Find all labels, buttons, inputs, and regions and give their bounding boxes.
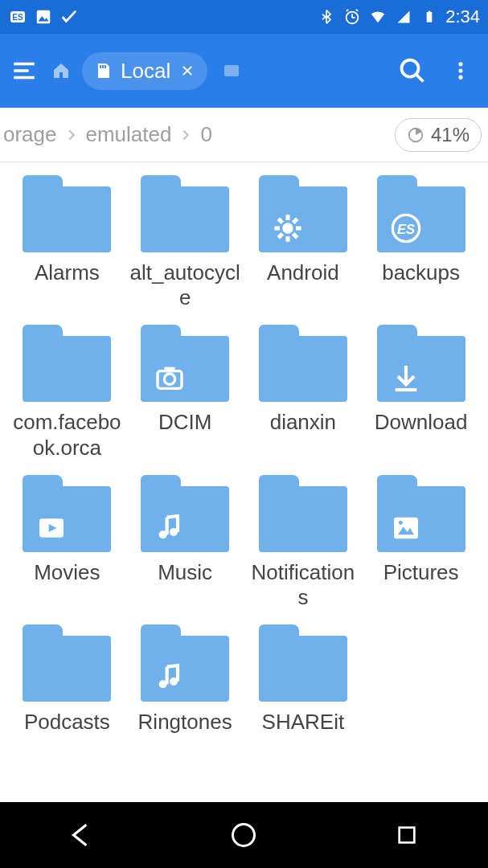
close-tab-button[interactable] xyxy=(178,62,196,80)
svg-point-44 xyxy=(159,530,167,538)
camera-icon xyxy=(150,358,189,397)
svg-rect-9 xyxy=(427,12,433,23)
breadcrumb-item[interactable]: orage xyxy=(0,122,60,147)
svg-text:ES: ES xyxy=(12,13,23,22)
nav-bar xyxy=(0,802,488,868)
back-button[interactable] xyxy=(57,811,105,859)
music-icon xyxy=(150,658,189,697)
more-button[interactable] xyxy=(441,51,480,90)
svg-point-49 xyxy=(159,680,167,688)
sdcard-icon xyxy=(93,61,113,80)
folder-label: Alarms xyxy=(35,260,100,285)
folder-icon xyxy=(259,175,347,252)
battery-icon xyxy=(420,7,439,27)
folder-item[interactable]: ESbackups xyxy=(362,175,480,310)
svg-rect-16 xyxy=(105,65,106,68)
folder-item[interactable]: DCIM xyxy=(126,325,244,460)
chevron-right-icon xyxy=(174,124,197,146)
svg-rect-52 xyxy=(399,828,414,843)
svg-line-34 xyxy=(293,219,297,223)
folder-item[interactable]: Movies xyxy=(8,475,126,610)
svg-text:ES: ES xyxy=(397,222,415,237)
status-bar: ES 2:34 xyxy=(0,0,488,34)
svg-line-8 xyxy=(356,10,359,11)
recent-button[interactable] xyxy=(383,811,431,859)
image-notif-icon xyxy=(34,7,53,27)
es-icon: ES xyxy=(387,209,425,248)
folder-label: Android xyxy=(267,260,339,285)
folder-icon xyxy=(141,475,229,552)
folder-label: Download xyxy=(375,410,468,435)
folder-label: backups xyxy=(382,260,460,285)
svg-line-31 xyxy=(278,219,282,223)
svg-line-33 xyxy=(278,234,282,238)
breadcrumb-item[interactable]: emulated xyxy=(83,122,175,147)
svg-line-7 xyxy=(347,10,349,11)
svg-point-51 xyxy=(233,825,255,846)
folder-label: dianxin xyxy=(270,410,336,435)
storage-percent: 41% xyxy=(431,124,470,146)
svg-rect-2 xyxy=(37,10,51,24)
status-time: 2:34 xyxy=(445,6,480,27)
svg-point-48 xyxy=(398,521,402,525)
breadcrumb: orage emulated 0 41% xyxy=(0,108,488,162)
svg-point-20 xyxy=(402,60,419,77)
tab-local[interactable]: Local xyxy=(82,52,207,90)
folder-icon xyxy=(141,624,229,702)
svg-point-24 xyxy=(458,76,462,80)
alarm-icon xyxy=(342,7,362,27)
svg-point-26 xyxy=(282,223,293,233)
folder-icon: ES xyxy=(377,175,465,252)
status-right: 2:34 xyxy=(317,6,480,27)
svg-point-45 xyxy=(170,528,178,536)
folder-item[interactable]: Ringtones xyxy=(126,624,244,735)
breadcrumb-item[interactable]: 0 xyxy=(197,122,215,147)
download-icon xyxy=(387,358,425,397)
folder-item[interactable]: Music xyxy=(126,475,244,610)
folder-grid: Alarmsalt_autocycleAndroidESbackupscom.f… xyxy=(0,162,488,747)
folder-label: Podcasts xyxy=(24,710,110,735)
search-button[interactable] xyxy=(393,51,432,90)
folder-item[interactable]: dianxin xyxy=(244,325,363,460)
folder-item[interactable]: Pictures xyxy=(362,475,480,610)
check-notif-icon xyxy=(59,7,79,27)
folder-icon xyxy=(23,475,111,552)
signal-icon xyxy=(394,7,413,27)
folder-item[interactable]: alt_autocycle xyxy=(126,175,244,310)
svg-point-23 xyxy=(458,68,462,72)
svg-point-50 xyxy=(170,678,178,686)
music-icon xyxy=(150,509,189,547)
folder-icon xyxy=(259,624,347,702)
folder-item[interactable]: com.facebook.orca xyxy=(8,325,126,460)
svg-rect-38 xyxy=(164,367,174,371)
storage-indicator[interactable]: 41% xyxy=(395,118,482,152)
home-button[interactable] xyxy=(50,59,72,82)
svg-rect-14 xyxy=(100,65,101,68)
svg-rect-46 xyxy=(394,517,418,538)
folder-item[interactable]: Alarms xyxy=(8,175,126,310)
folder-label: Notifications xyxy=(247,560,359,610)
menu-button[interactable] xyxy=(8,55,40,87)
folder-label: Ringtones xyxy=(138,710,232,735)
folder-item[interactable]: SHAREit xyxy=(244,624,363,735)
svg-line-21 xyxy=(416,75,424,82)
folder-item[interactable]: Android xyxy=(244,175,363,310)
gear-icon xyxy=(269,209,307,248)
home-nav-button[interactable] xyxy=(219,811,268,859)
folder-icon xyxy=(141,325,229,402)
folder-label: SHAREit xyxy=(262,710,345,735)
bluetooth-icon xyxy=(317,7,336,27)
folder-icon xyxy=(23,325,111,402)
folder-label: Movies xyxy=(34,560,100,585)
folder-item[interactable]: Download xyxy=(362,325,480,460)
folder-icon xyxy=(23,175,111,252)
wifi-icon xyxy=(368,7,388,27)
picture-icon xyxy=(387,509,425,547)
svg-rect-10 xyxy=(429,11,431,12)
folder-item[interactable]: Podcasts xyxy=(8,624,126,735)
new-tab-button[interactable] xyxy=(220,59,243,82)
chevron-right-icon xyxy=(60,124,83,146)
pie-icon xyxy=(407,126,424,144)
folder-item[interactable]: Notifications xyxy=(244,475,363,610)
folder-label: com.facebook.orca xyxy=(10,410,123,460)
